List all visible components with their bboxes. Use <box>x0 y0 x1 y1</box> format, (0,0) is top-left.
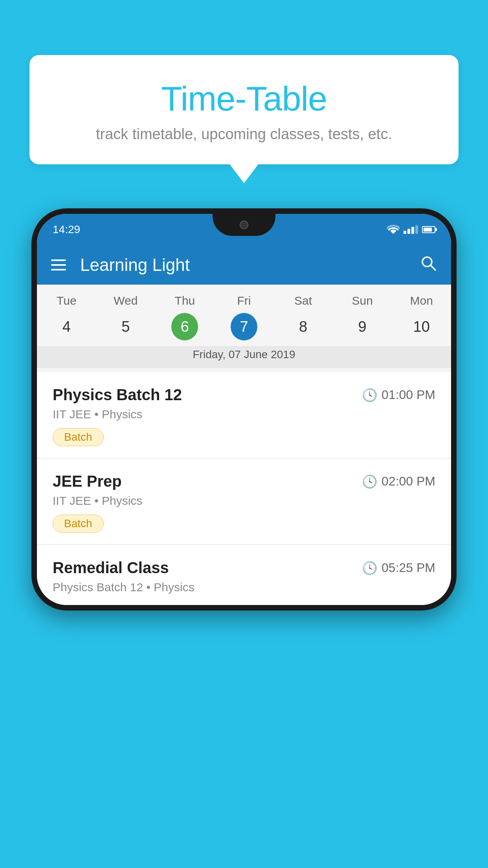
schedule-item-1-time: 🕓 01:00 PM <box>362 388 435 403</box>
day-name-thu: Thu <box>155 294 215 307</box>
search-button[interactable] <box>420 254 437 276</box>
days-numbers: 4 5 6 7 8 9 10 <box>37 313 451 340</box>
selected-date-label: Friday, 07 June 2019 <box>37 346 451 368</box>
schedule-item-2-sub: IIT JEE • Physics <box>53 494 435 508</box>
bubble-subtitle: track timetable, upcoming classes, tests… <box>49 126 439 143</box>
day-name-fri: Fri <box>215 294 274 307</box>
camera <box>240 221 248 229</box>
day-4[interactable]: 4 <box>37 313 96 340</box>
notch <box>213 214 275 236</box>
phone-screen: 14:29 <box>37 214 451 605</box>
day-6-today[interactable]: 6 <box>171 313 198 340</box>
schedule-item-2-title: JEE Prep <box>53 473 122 490</box>
days-header: Tue Wed Thu Fri Sat Sun Mon <box>37 294 451 307</box>
batch-badge-1: Batch <box>53 428 104 446</box>
wifi-icon <box>387 225 400 234</box>
day-5[interactable]: 5 <box>96 313 156 340</box>
schedule-item-1[interactable]: Physics Batch 12 🕓 01:00 PM IIT JEE • Ph… <box>37 372 451 458</box>
svg-line-1 <box>431 265 435 270</box>
day-name-tue: Tue <box>37 294 96 307</box>
bubble-title: Time-Table <box>49 79 439 119</box>
battery-icon <box>422 226 435 233</box>
schedule-item-3[interactable]: Remedial Class 🕓 05:25 PM Physics Batch … <box>37 545 451 605</box>
schedule-item-2[interactable]: JEE Prep 🕓 02:00 PM IIT JEE • Physics Ba… <box>37 458 451 545</box>
day-9[interactable]: 9 <box>333 313 392 340</box>
day-name-wed: Wed <box>96 294 156 307</box>
schedule-item-1-title: Physics Batch 12 <box>53 386 182 404</box>
schedule-item-1-sub: IIT JEE • Physics <box>53 408 435 421</box>
batch-badge-2: Batch <box>53 515 104 533</box>
calendar-strip: Tue Wed Thu Fri Sat Sun Mon 4 5 6 7 8 9 … <box>37 285 451 372</box>
signal-icon <box>404 225 418 234</box>
schedule-item-1-time-text: 01:00 PM <box>382 388 435 402</box>
schedule-item-3-time-text: 05:25 PM <box>382 561 435 575</box>
schedule-item-3-title: Remedial Class <box>53 559 169 577</box>
day-name-sat: Sat <box>273 294 333 307</box>
schedule-item-3-header: Remedial Class 🕓 05:25 PM <box>53 559 435 577</box>
phone-outer: 14:29 <box>31 208 457 611</box>
app-title: Learning Light <box>80 255 420 275</box>
status-bar: 14:29 <box>37 214 451 245</box>
schedule-item-1-header: Physics Batch 12 🕓 01:00 PM <box>53 386 435 404</box>
hamburger-line-2 <box>51 264 66 266</box>
day-name-mon: Mon <box>392 294 451 307</box>
schedule-item-3-time: 🕓 05:25 PM <box>362 561 435 576</box>
day-10[interactable]: 10 <box>392 313 451 340</box>
schedule-item-2-header: JEE Prep 🕓 02:00 PM <box>53 473 435 490</box>
schedule-item-2-time: 🕓 02:00 PM <box>362 474 435 489</box>
day-8[interactable]: 8 <box>273 313 333 340</box>
status-icons <box>387 225 435 234</box>
speech-bubble: Time-Table track timetable, upcoming cla… <box>29 55 459 164</box>
menu-icon[interactable] <box>51 259 66 270</box>
status-time: 14:29 <box>53 223 80 236</box>
phone-mockup: 14:29 <box>31 208 457 611</box>
schedule-list: Physics Batch 12 🕓 01:00 PM IIT JEE • Ph… <box>37 372 451 605</box>
clock-icon-2: 🕓 <box>362 474 378 489</box>
app-topbar: Learning Light <box>37 245 451 285</box>
schedule-item-3-sub: Physics Batch 12 • Physics <box>53 581 435 594</box>
day-7-selected[interactable]: 7 <box>231 313 257 340</box>
clock-icon-1: 🕓 <box>362 388 378 403</box>
clock-icon-3: 🕓 <box>362 561 378 576</box>
schedule-item-2-time-text: 02:00 PM <box>382 474 435 489</box>
hamburger-line-3 <box>51 269 66 270</box>
speech-bubble-container: Time-Table track timetable, upcoming cla… <box>29 55 459 164</box>
day-name-sun: Sun <box>333 294 392 307</box>
hamburger-line-1 <box>51 259 66 261</box>
